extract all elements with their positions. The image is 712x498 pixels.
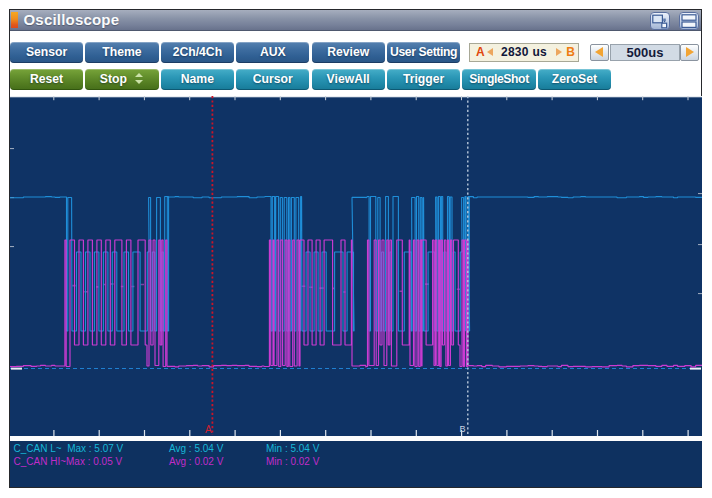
- svg-text:A: A: [205, 424, 212, 435]
- svg-text:B: B: [460, 424, 466, 434]
